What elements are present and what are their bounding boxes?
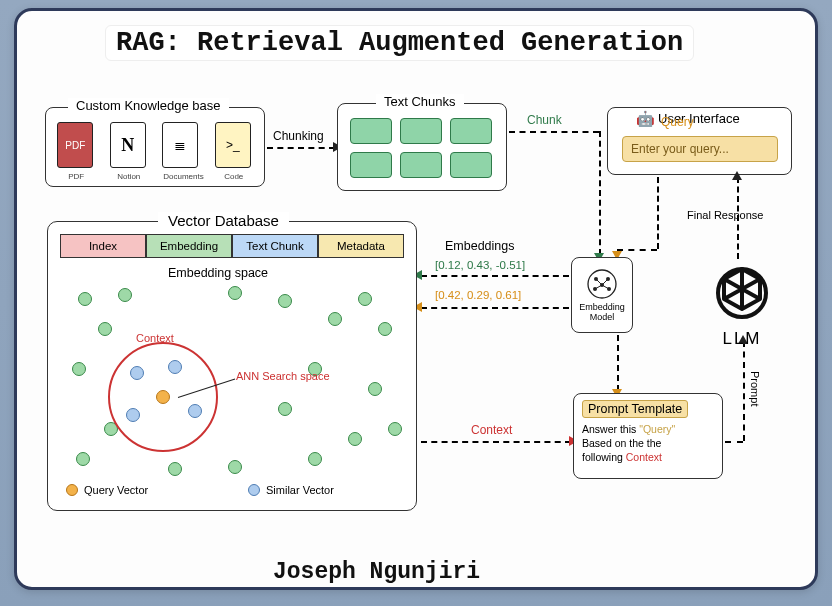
documents-icon: ≣Documents [162, 122, 198, 168]
code-icon: >_Code [215, 122, 251, 168]
arrow-query-v [657, 177, 659, 249]
chunk [400, 152, 442, 178]
col-index: Index [60, 234, 146, 258]
chunk-grid [350, 118, 492, 178]
context-label: Context [136, 332, 174, 344]
embedding-model-label: Embedding Model [572, 303, 632, 323]
embedding-space-label: Embedding space [168, 266, 268, 280]
chunk [350, 152, 392, 178]
prompt-template-box: Prompt Template Answer this "Query" Base… [573, 393, 723, 479]
dot-green [228, 460, 242, 474]
ann-label: ANN Search space [236, 370, 330, 382]
knowledge-base-box: Custom Knowledge base PDFPDF NNotion ≣Do… [45, 107, 265, 187]
dot-blue [168, 360, 182, 374]
legend-similar: Similar Vector [248, 484, 334, 496]
legend-dot-blue [248, 484, 260, 496]
arrow-chunk-v [599, 131, 601, 255]
arrow-prompt-h [725, 441, 743, 443]
page-title: RAG: Retrieval Augmented Generation [105, 25, 694, 61]
notion-icon: NNotion [110, 122, 146, 168]
embedding-model-box: Embedding Model [571, 257, 633, 333]
label-vec-green: [0.12, 0.43, -0.51] [435, 259, 525, 271]
legend-query-label: Query Vector [84, 484, 148, 496]
text-chunks-label: Text Chunks [376, 94, 464, 109]
robot-icon: 🤖 [636, 110, 655, 128]
dot-green [98, 322, 112, 336]
chunk [450, 118, 492, 144]
vector-database-box: Vector Database Index Embedding Text Chu… [47, 221, 417, 511]
arrow-emb-to-prompt [617, 335, 619, 391]
label-context: Context [471, 423, 512, 437]
prompt-text: Answer this "Query" Based on the the fol… [582, 422, 714, 465]
knowledge-base-label: Custom Knowledge base [68, 98, 229, 113]
dot-green [378, 322, 392, 336]
legend-similar-label: Similar Vector [266, 484, 334, 496]
vector-database-label: Vector Database [158, 212, 289, 229]
dot-blue [126, 408, 140, 422]
arrow-chunk-h [509, 131, 599, 133]
brain-icon [585, 267, 619, 301]
dot-blue [130, 366, 144, 380]
label-final-response: Final Response [687, 209, 763, 221]
diagram-canvas: RAG: Retrieval Augmented Generation Cust… [14, 8, 818, 590]
dot-orange [156, 390, 170, 404]
llm-box: LLM [697, 263, 787, 349]
arrow-context [421, 441, 571, 443]
vdb-columns: Index Embedding Text Chunk Metadata [60, 234, 404, 258]
chunk [400, 118, 442, 144]
svg-line-8 [595, 285, 602, 289]
prompt-template-label: Prompt Template [582, 400, 688, 418]
arrow-chunking [267, 147, 335, 149]
pdf-icon: PDFPDF [57, 122, 93, 168]
openai-icon [712, 263, 772, 323]
author-name: Joseph Ngunjiri [273, 559, 480, 585]
chunk [350, 118, 392, 144]
dot-green [368, 382, 382, 396]
label-embeddings: Embeddings [445, 239, 515, 253]
col-embedding: Embedding [146, 234, 232, 258]
dot-green [308, 452, 322, 466]
dot-green [228, 286, 242, 300]
dot-green [388, 422, 402, 436]
dot-green [328, 312, 342, 326]
arrow-query-h [617, 249, 657, 251]
label-prompt: Prompt [749, 371, 761, 406]
text-chunks-box: Text Chunks [337, 103, 507, 191]
dot-green [278, 402, 292, 416]
svg-line-7 [602, 279, 608, 285]
label-chunk: Chunk [527, 113, 562, 127]
knowledge-base-icons: PDFPDF NNotion ≣Documents >_Code [54, 122, 254, 168]
legend-dot-orange [66, 484, 78, 496]
arrow-prompt-v [743, 341, 745, 441]
col-metadata: Metadata [318, 234, 404, 258]
col-text-chunk: Text Chunk [232, 234, 318, 258]
dot-green [78, 292, 92, 306]
dot-green [76, 452, 90, 466]
query-input[interactable]: Enter your query... [622, 136, 778, 162]
svg-line-9 [602, 285, 609, 289]
dot-green [278, 294, 292, 308]
label-query: Query [661, 115, 694, 129]
dot-green [168, 462, 182, 476]
label-chunking: Chunking [273, 129, 324, 143]
user-interface-box: 🤖 User Interface Enter your query... [607, 107, 792, 175]
dot-blue [188, 404, 202, 418]
llm-label: LLM [697, 329, 787, 349]
dot-green [72, 362, 86, 376]
dot-green [118, 288, 132, 302]
arrowhead-final [732, 171, 742, 180]
arrow-emb-green [421, 275, 569, 277]
svg-line-6 [596, 279, 602, 285]
chunk [450, 152, 492, 178]
dot-green [358, 292, 372, 306]
legend-query: Query Vector [66, 484, 148, 496]
dot-green [348, 432, 362, 446]
label-vec-orange: [0.42, 0.29, 0.61] [435, 289, 521, 301]
arrow-emb-orange [421, 307, 569, 309]
